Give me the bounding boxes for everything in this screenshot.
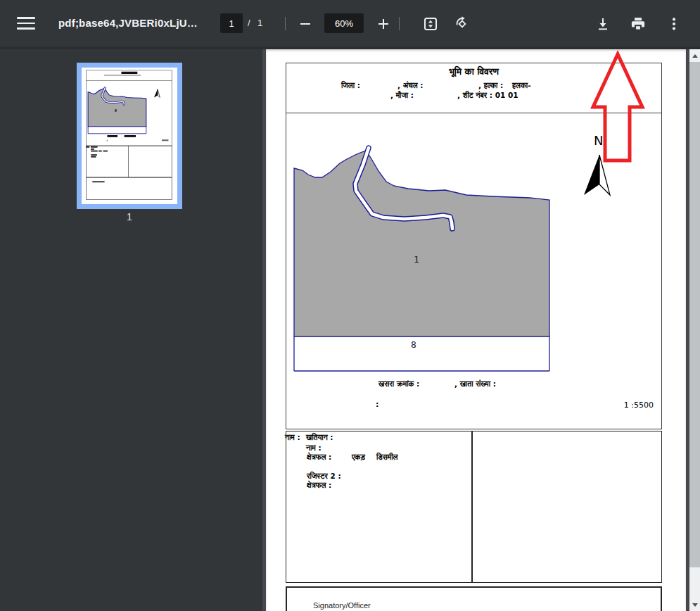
khatiyan-label: खतियान :	[306, 433, 333, 442]
scroll-down-button[interactable]	[689, 598, 700, 611]
page-thumbnail[interactable]	[77, 63, 182, 209]
scroll-up-button[interactable]	[689, 49, 700, 62]
arrow-down-icon	[692, 603, 698, 607]
menu-button[interactable]	[17, 14, 38, 32]
zoom-level-display[interactable]: 60%	[324, 13, 364, 33]
toolbar-divider	[399, 17, 400, 30]
zoom-in-button[interactable]	[374, 15, 393, 33]
hamburger-icon	[17, 27, 35, 30]
fit-page-icon	[422, 15, 439, 32]
mauja-label: , मौजा :	[390, 91, 414, 100]
info-table-divider	[471, 431, 473, 583]
name-outer-label: नाम :	[285, 433, 300, 442]
colon-mark: :	[376, 400, 378, 409]
parcel-8-label: 8	[411, 339, 416, 350]
more-options-button[interactable]	[664, 15, 684, 33]
plus-icon	[375, 15, 392, 32]
kebab-menu-icon	[666, 15, 682, 32]
header-divider-line	[286, 113, 662, 113]
halka-label: , हल्का :	[478, 81, 503, 90]
signatory-label: Signatory/Officer	[313, 601, 371, 610]
thumbnail-sidebar: 1	[0, 49, 262, 611]
pdf-viewer: pdf;base64,JVBERi0xLjU… / 1 60%	[0, 0, 700, 611]
rotate-icon	[454, 15, 471, 32]
area-label: क्षेत्रफल :	[307, 453, 331, 462]
page-number-input[interactable]	[220, 13, 243, 33]
pdf-viewport: N भूमि का विवरण जिला : , अंचल : , हल्का …	[262, 49, 689, 611]
anchal-label: , अंचल :	[397, 81, 423, 90]
arrow-up-icon	[692, 54, 698, 58]
download-icon	[594, 15, 611, 32]
print-icon	[630, 15, 647, 32]
toolbar: pdf;base64,JVBERi0xLjU… / 1 60%	[0, 0, 700, 46]
map-table-border	[286, 63, 662, 429]
map-scale: 1 :5500	[614, 401, 654, 410]
rotate-button[interactable]	[452, 15, 472, 33]
toolbar-shadow	[0, 46, 700, 49]
sheet-number-label: , शीट नंबर : 01 01	[457, 91, 518, 100]
page-total: 1	[257, 0, 262, 46]
district-label: जिला :	[341, 81, 360, 90]
acre-label: एकड़	[352, 453, 365, 462]
hamburger-icon	[17, 23, 35, 25]
doc-title: भूमि का विवरण	[286, 65, 662, 77]
name-label: नाम :	[306, 443, 322, 453]
fit-to-page-button[interactable]	[421, 15, 440, 33]
zoom-out-button[interactable]	[295, 15, 315, 33]
khasra-label: खसरा क्रमांक :	[378, 379, 419, 389]
info-table-border	[286, 431, 662, 583]
toolbar-divider	[285, 17, 286, 30]
document-title: pdf;base64,JVBERi0xLjU…	[58, 0, 198, 46]
thumbnail-page-number: 1	[77, 211, 182, 222]
page-slash: /	[248, 0, 250, 46]
scrollbar-thumb[interactable]	[689, 62, 700, 567]
vertical-scrollbar[interactable]	[689, 49, 700, 611]
minus-icon	[297, 15, 314, 32]
khata-label: , खाता संख्या :	[454, 379, 496, 389]
decimal-label: डिसमील	[376, 453, 398, 462]
area2-label: क्षेत्रफल :	[307, 481, 331, 490]
pdf-page: N भूमि का विवरण जिला : , अंचल : , हल्का …	[266, 49, 686, 611]
register2-label: रजिस्टर 2 :	[307, 472, 341, 481]
thumbnail-page-preview	[82, 68, 177, 204]
parcel-1-label: 1	[414, 254, 419, 265]
download-button[interactable]	[593, 15, 613, 33]
hamburger-icon	[17, 17, 35, 19]
halka-value: हलका-	[512, 81, 531, 90]
print-button[interactable]	[628, 15, 648, 33]
